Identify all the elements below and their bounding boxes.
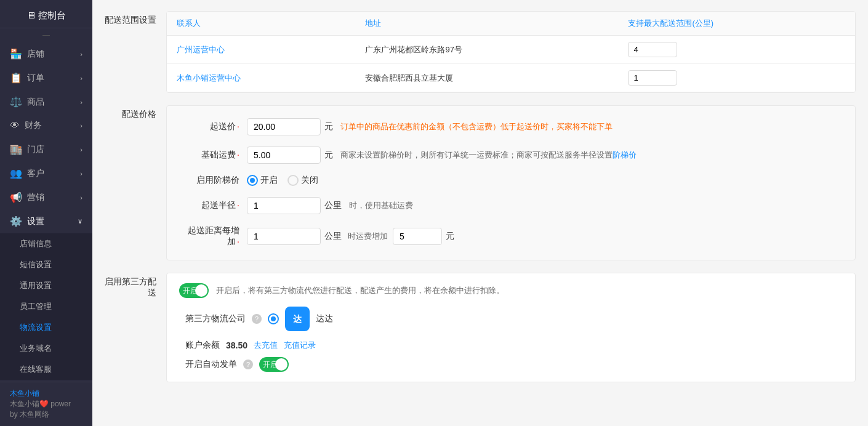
start-radius-row: 起送半径· 公里 时，使用基础运费 — [185, 197, 837, 214]
base-fee-row: 基础运费· 元 商家未设置阶梯价时，则所有订单统一运费标准；商家可按配送服务半径… — [185, 147, 837, 164]
base-fee-input[interactable] — [247, 147, 321, 164]
sidebar-sub-staff[interactable]: 员工管理 — [0, 296, 92, 317]
sidebar-item-store[interactable]: 🏪 店铺 › — [0, 42, 92, 66]
increment-suffix: 时运费增加 — [348, 231, 388, 242]
dada-logo: 达 — [285, 307, 310, 331]
base-fee-unit: 元 — [324, 150, 333, 161]
tier-close-label: 关闭 — [301, 175, 318, 186]
chevron-down-icon: ∨ — [78, 217, 82, 225]
min-order-hint: 订单中的商品在优惠前的金额（不包含运费）低于起送价时，买家将不能下单 — [340, 121, 613, 132]
sidebar-item-settings[interactable]: ⚙️ 设置 ∨ — [0, 209, 92, 233]
tier-close-radio[interactable]: 关闭 — [287, 175, 318, 186]
balance-row: 账户余额 38.50 去充值 充值记录 — [179, 340, 843, 351]
tier-radio-group: 开启 关闭 — [247, 175, 318, 186]
record-link[interactable]: 充值记录 — [284, 340, 316, 351]
main-content: 配送范围设置 联系人 地址 支持最大配送范围(公里) — [92, 0, 868, 426]
base-fee-hint: 商家未设置阶梯价时，则所有订单统一运费标准；商家可按配送服务半径设置阶梯价 — [340, 150, 637, 161]
chevron-right-icon: › — [80, 146, 82, 153]
sidebar-sub-store-info[interactable]: 店铺信息 — [0, 233, 92, 254]
sidebar-sub-chat[interactable]: 在线客服 — [0, 359, 92, 380]
sidebar-item-shops[interactable]: 🏬 门店 › — [0, 137, 92, 161]
tier-open-radio[interactable]: 开启 — [247, 175, 278, 186]
third-party-toggle[interactable]: 开启 — [179, 283, 209, 298]
range-cell-2 — [618, 64, 855, 92]
address-cell-2: 安徽合肥肥西县立基大厦 — [355, 64, 618, 92]
delivery-range-section: 配送范围设置 联系人 地址 支持最大配送范围(公里) — [105, 6, 856, 98]
third-party-hint: 开启后，将有第三方物流代您进行配送，配送产生的费用，将在余额中进行扣除。 — [216, 285, 504, 296]
tier-price-row: 启用阶梯价 开启 关闭 — [185, 175, 837, 186]
delivery-price-title: 配送价格 — [105, 100, 166, 120]
chevron-right-icon: › — [80, 98, 82, 106]
third-party-title: 启用第三方配送 — [105, 268, 166, 299]
base-fee-label: 基础运费· — [185, 150, 247, 161]
delivery-price-section: 配送价格 起送价· 元 订单中的商品在优惠前的金额（不包含运费）低于起送价时，买… — [105, 100, 856, 265]
tier-price-link[interactable]: 阶梯价 — [613, 150, 637, 159]
sidebar-sub-general[interactable]: 通用设置 — [0, 275, 92, 296]
third-party-toggle-row: 开启 开启后，将有第三方物流代您进行配送，配送产生的费用，将在余额中进行扣除。 — [179, 283, 843, 298]
dashboard-icon: 🖥 — [26, 10, 36, 20]
increment-fee-input[interactable] — [393, 228, 442, 245]
chevron-right-icon: › — [80, 194, 82, 201]
help-icon: ? — [252, 314, 262, 324]
increment-input[interactable] — [247, 228, 321, 245]
increment-fee-unit: 元 — [446, 231, 454, 242]
recharge-link[interactable]: 去充值 — [254, 340, 278, 351]
marketing-icon: 📢 — [10, 191, 22, 203]
customer-icon: 👥 — [10, 167, 22, 179]
third-party-section: 启用第三方配送 开启 开启后，将有第三方物流代您进行配送，配送产生的费用，将在余… — [105, 268, 856, 387]
chevron-right-icon: › — [80, 50, 82, 58]
increment-row: 起送距离每增加· 公里 时运费增加 元 — [185, 225, 837, 247]
chevron-right-icon: › — [80, 170, 82, 177]
start-radius-label: 起送半径· — [185, 200, 247, 211]
sidebar-sub-sms[interactable]: 短信设置 — [0, 254, 92, 275]
col-address: 地址 — [355, 12, 618, 36]
logistics-label: 第三方物流公司 — [185, 313, 246, 324]
delivery-range-title: 配送范围设置 — [105, 6, 166, 26]
sidebar-divider: — — [0, 28, 92, 42]
min-order-unit: 元 — [324, 121, 333, 132]
auto-send-label: 开启自动发单 — [185, 359, 237, 370]
min-order-input[interactable] — [247, 118, 321, 135]
sidebar-item-order[interactable]: 📋 订单 › — [0, 66, 92, 90]
auto-send-toggle[interactable]: 开启 — [259, 357, 289, 372]
sidebar-item-customer[interactable]: 👥 客户 › — [0, 161, 92, 185]
tier-open-label: 开启 — [260, 175, 278, 186]
range-input-2[interactable] — [628, 70, 677, 86]
dada-radio[interactable] — [268, 313, 279, 324]
dada-name: 达达 — [316, 313, 333, 324]
start-radius-input[interactable] — [247, 197, 321, 214]
sidebar-item-goods[interactable]: ⚖️ 商品 › — [0, 90, 92, 114]
chevron-right-icon: › — [80, 122, 82, 129]
auto-send-help-icon: ? — [243, 360, 253, 369]
range-input-1[interactable] — [628, 42, 677, 57]
contact-cell-1: 广州运营中心 — [167, 36, 355, 64]
tier-label: 启用阶梯价 — [185, 175, 247, 186]
tier-close-circle — [287, 175, 299, 186]
auto-send-toggle-label: 开启 — [263, 360, 278, 370]
sidebar-item-marketing[interactable]: 📢 营销 › — [0, 185, 92, 209]
sidebar-title: 🖥 控制台 — [0, 0, 92, 28]
increment-unit: 公里 — [324, 231, 342, 242]
start-radius-unit: 公里 — [324, 200, 342, 211]
balance-value: 38.50 — [226, 340, 247, 350]
chevron-right-icon: › — [80, 74, 82, 82]
min-order-row: 起送价· 元 订单中的商品在优惠前的金额（不包含运费）低于起送价时，买家将不能下… — [185, 118, 837, 135]
increment-label: 起送距离每增加· — [185, 225, 247, 247]
col-contact: 联系人 — [167, 12, 355, 36]
range-cell-1 — [618, 36, 855, 64]
store-icon: 🏪 — [10, 48, 22, 60]
shops-icon: 🏬 — [10, 143, 22, 155]
min-order-label: 起送价· — [185, 121, 247, 132]
contact-cell-2: 木鱼小铺运营中心 — [167, 64, 355, 92]
price-form: 起送价· 元 订单中的商品在优惠前的金额（不包含运费）低于起送价时，买家将不能下… — [166, 105, 856, 260]
auto-send-row: 开启自动发单 ? 开启 — [179, 357, 843, 372]
finance-icon: 👁 — [10, 120, 20, 131]
third-party-body: 开启 开启后，将有第三方物流代您进行配送，配送产生的费用，将在余额中进行扣除。 … — [166, 273, 856, 382]
sidebar: 🖥 控制台 — 🏪 店铺 › 📋 订单 › ⚖️ 商品 › 👁 财务 › 🏬 门… — [0, 0, 92, 426]
balance-label: 账户余额 — [185, 340, 220, 351]
sidebar-item-finance[interactable]: 👁 财务 › — [0, 114, 92, 137]
sidebar-sub-domain[interactable]: 业务域名 — [0, 338, 92, 359]
sidebar-sub-logistics[interactable]: 物流设置 — [0, 317, 92, 338]
settings-icon: ⚙️ — [10, 215, 22, 227]
goods-icon: ⚖️ — [10, 96, 22, 108]
